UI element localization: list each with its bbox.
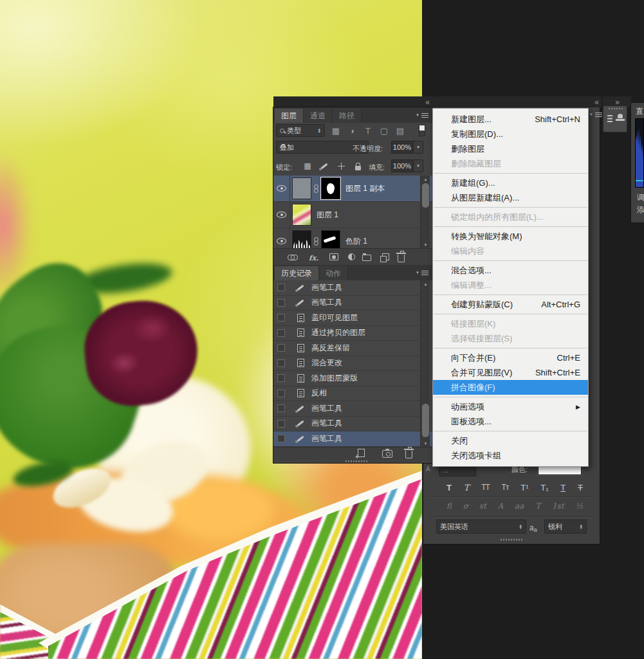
clone-source-panel-button[interactable] — [603, 105, 627, 132]
history-step[interactable]: 画笔工具 — [273, 431, 432, 447]
tab-layers[interactable]: 图层 — [275, 109, 304, 123]
layer-style-fx-icon[interactable] — [309, 251, 318, 263]
history-step[interactable]: 画笔工具 — [273, 296, 432, 311]
filter-type-select[interactable]: 类型 — [276, 124, 325, 137]
visibility-cell[interactable] — [273, 202, 290, 228]
filter-smart-objects-icon[interactable]: ▤ — [394, 124, 406, 137]
layer-mask-thumbnail[interactable] — [322, 178, 340, 199]
scrollbar-thumb[interactable] — [422, 183, 429, 208]
collapse-panels-icon[interactable]: « — [594, 98, 598, 106]
add-layer-mask-icon[interactable] — [329, 253, 338, 260]
layer-row[interactable]: 图层 1 — [273, 202, 432, 228]
scrollbar[interactable]: ▲▼ — [420, 280, 430, 447]
menu-item[interactable]: 新建组(G)... — [433, 176, 588, 190]
history-step[interactable]: 添加图层蒙版 — [273, 371, 432, 386]
filter-type-layers-icon[interactable]: T — [362, 124, 374, 137]
history-step[interactable]: 盖印可见图层 — [273, 311, 432, 326]
menu-item[interactable]: 关闭选项卡组 — [433, 448, 588, 463]
expand-panels-icon[interactable]: » — [615, 98, 619, 106]
history-step[interactable]: 混合更改 — [273, 356, 432, 372]
history-source-checkbox[interactable] — [277, 404, 285, 412]
fill-dropdown-arrow[interactable]: ▼ — [414, 159, 423, 172]
history-step[interactable]: 通过拷贝的图层 — [273, 326, 432, 341]
lock-position-icon[interactable] — [335, 159, 347, 172]
menu-item[interactable]: 向下合并(E)Ctrl+E — [433, 350, 588, 365]
new-adjustment-layer-icon[interactable] — [348, 253, 355, 260]
fill-field[interactable]: 100% — [391, 159, 414, 172]
filter-toggle-switch[interactable] — [419, 125, 425, 136]
menu-item[interactable]: 合并可见图层(V)Shift+Ctrl+E — [433, 365, 588, 380]
adjustment-layer-thumbnail[interactable] — [293, 231, 311, 248]
menu-item[interactable]: 从图层新建组(A)... — [433, 190, 588, 205]
style-small-caps-button[interactable]: Tᴛ — [502, 483, 509, 492]
history-step[interactable]: 反相 — [273, 386, 432, 402]
panel-menu-icon[interactable] — [589, 113, 602, 116]
history-source-checkbox[interactable] — [277, 435, 285, 442]
history-source-checkbox[interactable] — [277, 329, 285, 337]
history-step[interactable]: 画笔工具 — [273, 280, 432, 296]
delete-layer-icon[interactable] — [398, 255, 405, 262]
style-faux-italic-button[interactable]: T — [464, 483, 470, 492]
tab-actions[interactable]: 动作 — [319, 266, 348, 280]
history-source-checkbox[interactable] — [277, 344, 285, 352]
scrollbar[interactable]: ▲ ▼ — [420, 176, 430, 248]
tab-paths[interactable]: 路径 — [333, 109, 362, 123]
lock-image-pixels-icon[interactable] — [318, 159, 330, 172]
menu-item[interactable]: 关闭 — [433, 433, 588, 448]
filter-adjustment-layers-icon[interactable]: ◑ — [346, 124, 358, 137]
panel-resize-grip[interactable] — [501, 539, 522, 541]
collapse-panels-icon[interactable]: « — [425, 98, 429, 106]
style-strikethrough-button[interactable]: T — [578, 483, 583, 492]
new-document-from-state-icon[interactable] — [358, 449, 365, 457]
history-step[interactable]: 高反差保留 — [273, 341, 432, 356]
layer-row[interactable]: 图层 1 副本 — [273, 176, 432, 202]
scrollbar-thumb[interactable] — [422, 404, 429, 437]
history-source-checkbox[interactable] — [277, 299, 285, 307]
lock-transparent-pixels-icon[interactable]: ▦ — [302, 159, 313, 172]
scroll-up-arrow[interactable]: ▲ — [421, 280, 430, 287]
filter-shape-layers-icon[interactable]: ▢ — [378, 124, 390, 137]
visibility-cell[interactable] — [273, 176, 290, 202]
menu-item[interactable]: 删除图层 — [433, 141, 588, 156]
opacity-dropdown-arrow[interactable]: ▼ — [414, 141, 423, 154]
history-step[interactable]: 画笔工具 — [273, 417, 432, 432]
style-underline-button[interactable]: T — [560, 483, 566, 492]
scroll-up-arrow[interactable]: ▲ — [421, 176, 430, 183]
style-faux-bold-button[interactable]: T — [446, 483, 452, 492]
style-superscript-button[interactable]: T¹ — [520, 483, 528, 492]
layer-mask-thumbnail[interactable] — [322, 231, 340, 248]
new-snapshot-camera-icon[interactable] — [382, 450, 392, 458]
layer-row[interactable]: 色阶 1 — [273, 228, 432, 248]
menu-item[interactable]: 拼合图像(F) — [433, 380, 588, 395]
history-source-checkbox[interactable] — [277, 314, 285, 321]
history-source-checkbox[interactable] — [277, 374, 285, 382]
style-subscript-button[interactable]: T₁ — [540, 483, 548, 492]
history-source-checkbox[interactable] — [277, 390, 285, 397]
history-source-checkbox[interactable] — [277, 359, 285, 367]
menu-item[interactable]: 创建剪贴蒙版(C)Alt+Ctrl+G — [433, 297, 588, 312]
menu-item[interactable]: 面板选项... — [433, 414, 588, 429]
filter-image-layers-icon[interactable]: ▦ — [330, 124, 342, 137]
menu-item[interactable]: 混合选项... — [433, 263, 588, 278]
menu-item[interactable]: 新建图层...Shift+Ctrl+N — [433, 112, 588, 127]
scroll-down-arrow[interactable]: ▼ — [421, 241, 430, 248]
panel-menu-icon[interactable] — [416, 271, 428, 275]
language-select[interactable]: 美国英语 — [436, 519, 526, 534]
menu-item[interactable]: 复制图层(D)... — [433, 127, 588, 141]
tab-history[interactable]: 历史记录 — [275, 266, 319, 280]
dock-resize-grip[interactable] — [345, 460, 367, 462]
anti-alias-select[interactable]: 锐利 — [544, 519, 587, 534]
lock-all-icon[interactable] — [352, 159, 363, 172]
visibility-cell[interactable] — [273, 228, 290, 249]
history-source-checkbox[interactable] — [277, 420, 285, 428]
tab-channels[interactable]: 通道 — [304, 109, 333, 123]
history-source-checkbox[interactable] — [277, 284, 285, 291]
new-group-icon[interactable] — [362, 255, 371, 261]
layer-thumbnail[interactable] — [293, 178, 311, 199]
panel-menu-icon[interactable] — [416, 113, 428, 117]
opacity-field[interactable]: 100% — [391, 141, 414, 154]
style-all-caps-button[interactable]: TT — [481, 483, 490, 492]
menu-item[interactable]: 动画选项▶ — [433, 399, 588, 414]
layer-thumbnail[interactable] — [293, 204, 311, 225]
delete-state-icon[interactable] — [405, 451, 412, 458]
